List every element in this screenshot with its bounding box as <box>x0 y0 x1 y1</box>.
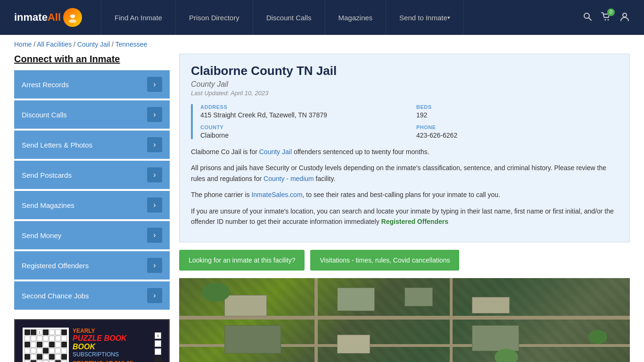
facility-name: Claiborne County TN Jail <box>191 64 618 78</box>
county-medium-link[interactable]: County - medium <box>264 175 314 182</box>
sidebar-item-second-chance-jobs[interactable]: Second Chance Jobs › <box>14 281 170 310</box>
sidebar-item-label: Send Letters & Photos <box>22 141 92 149</box>
sidebar-item-arrest-records[interactable]: Arrest Records › <box>14 70 170 99</box>
address-label: ADDRESS <box>200 104 402 110</box>
registered-offenders-link[interactable]: Registered Offenders <box>381 218 448 225</box>
inmate-sales-link[interactable]: InmateSales.com <box>251 191 302 198</box>
logo-icon <box>63 8 82 27</box>
svg-line-3 <box>589 17 592 20</box>
county-jail-link[interactable]: County Jail <box>259 148 292 156</box>
nav-magazines[interactable]: Magazines <box>325 0 387 35</box>
sidebar-item-discount-calls[interactable]: Discount Calls › <box>14 100 170 129</box>
arrow-icon: › <box>147 167 162 182</box>
search-icon[interactable] <box>583 12 592 24</box>
logo[interactable]: inmateAll <box>14 8 82 27</box>
ad-box: 1 9 5 YEARLY PUZZLE BOOK <box>14 319 170 362</box>
county-label: COUNTY <box>200 124 402 130</box>
arrow-icon: › <box>147 107 162 122</box>
facility-updated: Last Updated: April 10, 2023 <box>191 90 618 97</box>
phone-section: PHONE 423-626-6262 <box>416 124 618 139</box>
facility-details: ADDRESS 415 Straight Creek Rd, Tazewell,… <box>191 104 618 139</box>
aerial-roads <box>179 278 630 362</box>
beds-section: BEDS 192 <box>416 104 618 119</box>
facility-type: County Jail <box>191 80 618 89</box>
ad-book: BOOK <box>73 343 151 351</box>
sidebar: Connect with an Inmate Arrest Records › … <box>14 54 170 362</box>
county-section: COUNTY Claiborne <box>200 124 402 139</box>
breadcrumb-state[interactable]: Tennessee <box>116 41 148 48</box>
desc-paragraph-4: If you are unsure of your inmate's locat… <box>191 206 618 227</box>
cart-badge: 0 <box>607 8 615 16</box>
cart-icon[interactable]: 0 <box>601 11 611 24</box>
phone-label: PHONE <box>416 124 618 130</box>
sidebar-item-label: Second Chance Jobs <box>22 292 89 300</box>
site-header: inmateAll Find An Inmate Prison Director… <box>0 0 644 35</box>
main-nav: Find An Inmate Prison Directory Discount… <box>101 0 573 35</box>
ad-sub: SUBSCRIPTIONS <box>73 351 151 358</box>
desc-paragraph-2: All prisons and jails have Security or C… <box>191 163 618 184</box>
sidebar-menu: Arrest Records › Discount Calls › Send L… <box>14 70 170 310</box>
sidebar-item-send-letters-photos[interactable]: Send Letters & Photos › <box>14 131 170 159</box>
sidebar-item-registered-offenders[interactable]: Registered Offenders › <box>14 251 170 280</box>
nav-find-inmate[interactable]: Find An Inmate <box>101 0 176 35</box>
action-buttons: Looking for an inmate at this facility? … <box>179 250 630 271</box>
breadcrumb-county-jail[interactable]: County Jail <box>77 41 110 48</box>
desc-paragraph-3: The phone carrier is InmateSales.com, to… <box>191 189 618 200</box>
beds-label: BEDS <box>416 104 618 110</box>
header-icons: 0 <box>583 11 630 24</box>
address-value: 415 Straight Creek Rd, Tazewell, TN 3787… <box>200 111 402 119</box>
address-section: ADDRESS 415 Straight Creek Rd, Tazewell,… <box>200 104 402 119</box>
facility-card: Claiborne County TN Jail County Jail Las… <box>179 54 630 242</box>
sidebar-item-label: Send Postcards <box>22 171 72 179</box>
sidebar-item-label: Registered Offenders <box>22 262 89 270</box>
arrow-icon: › <box>147 288 162 303</box>
sidebar-item-label: Send Money <box>22 231 61 239</box>
breadcrumb-all-facilities[interactable]: All Facilities <box>37 41 72 48</box>
arrow-icon: › <box>147 77 162 92</box>
sidebar-ad[interactable]: 1 9 5 YEARLY PUZZLE BOOK <box>14 319 170 362</box>
visitation-btn[interactable]: Visitations - times, rules, Covid cancel… <box>310 250 459 271</box>
nav-discount-calls[interactable]: Discount Calls <box>253 0 325 35</box>
sidebar-item-send-postcards[interactable]: Send Postcards › <box>14 161 170 189</box>
sidebar-item-send-money[interactable]: Send Money › <box>14 221 170 249</box>
ad-price: STARTING AT $19.95 <box>73 360 151 362</box>
sidebar-item-send-magazines[interactable]: Send Magazines › <box>14 191 170 219</box>
arrow-icon: › <box>147 197 162 213</box>
svg-point-4 <box>605 19 606 20</box>
sidebar-item-label: Discount Calls <box>22 111 67 119</box>
user-icon[interactable] <box>619 11 630 24</box>
sidebar-item-label: Send Magazines <box>22 201 74 209</box>
svg-point-6 <box>623 13 627 17</box>
find-inmate-btn[interactable]: Looking for an inmate at this facility? <box>179 250 305 271</box>
nav-send-to-inmate[interactable]: Send to Inmate <box>386 0 464 35</box>
arrow-icon: › <box>147 137 162 152</box>
desc-paragraph-1: Claiborne Co Jail is for County Jail off… <box>191 147 618 157</box>
main-content: Connect with an Inmate Arrest Records › … <box>0 54 644 362</box>
phone-value: 423-626-6262 <box>416 132 618 139</box>
detail-grid: ADDRESS 415 Straight Creek Rd, Tazewell,… <box>200 104 618 139</box>
svg-point-5 <box>608 19 609 20</box>
arrow-icon: › <box>147 258 162 273</box>
county-value: Claiborne <box>200 132 402 139</box>
sidebar-title: Connect with an Inmate <box>14 54 170 65</box>
beds-value: 192 <box>416 111 618 119</box>
ad-puzzle: PUZZLE BOOK <box>73 334 151 343</box>
arrow-icon: › <box>147 228 162 243</box>
breadcrumb-home[interactable]: Home <box>14 41 32 48</box>
sidebar-item-label: Arrest Records <box>22 81 69 89</box>
facility-aerial-image <box>179 278 630 362</box>
facility-content: Claiborne County TN Jail County Jail Las… <box>179 54 630 362</box>
nav-prison-directory[interactable]: Prison Directory <box>176 0 253 35</box>
svg-point-1 <box>69 19 76 23</box>
ad-yearly: YEARLY <box>73 328 151 334</box>
logo-text: inmateAll <box>14 11 61 24</box>
breadcrumb: Home / All Facilities / County Jail / Te… <box>0 35 644 54</box>
facility-description: Claiborne Co Jail is for County Jail off… <box>191 147 618 227</box>
